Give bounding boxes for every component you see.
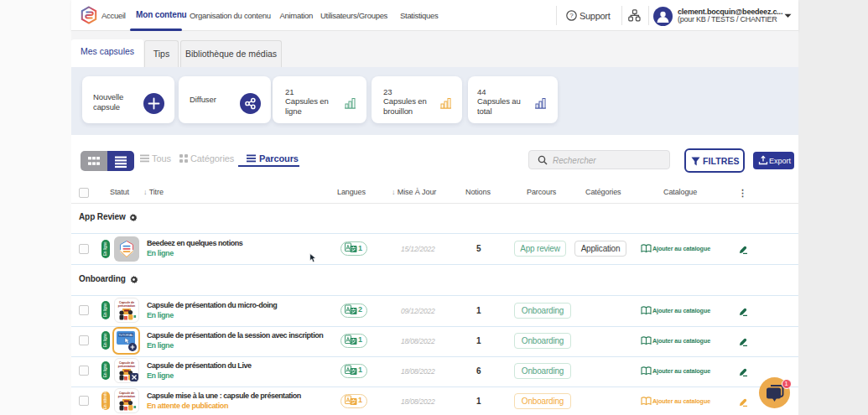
svg-text:présentation: présentation bbox=[117, 304, 134, 308]
svg-text:présentation: présentation bbox=[117, 365, 134, 368]
svg-text:?: ? bbox=[569, 12, 574, 19]
svg-text:présentation: présentation bbox=[117, 395, 134, 398]
svg-text:TUTORIAL: TUTORIAL bbox=[118, 334, 133, 337]
